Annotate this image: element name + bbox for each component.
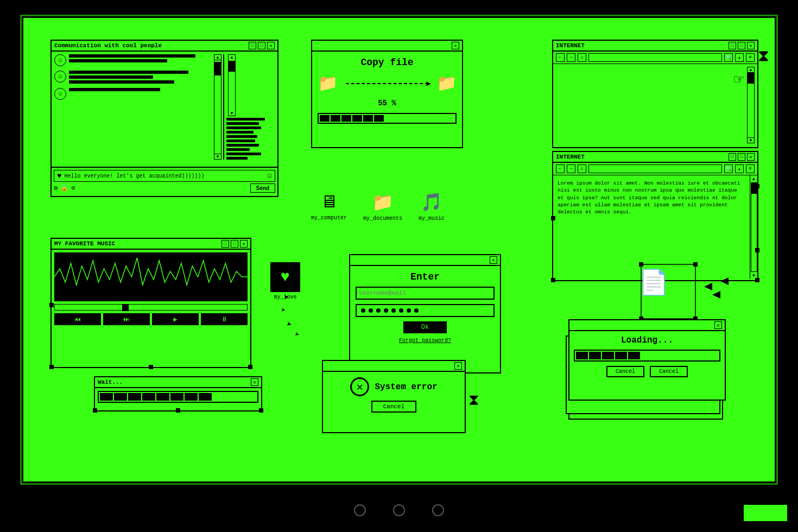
seek-bar[interactable] bbox=[54, 304, 248, 311]
bottom-circle-1[interactable] bbox=[354, 504, 366, 516]
ok-button[interactable]: Ok bbox=[403, 321, 447, 333]
progress-block bbox=[352, 115, 362, 122]
inet2-min-btn[interactable]: □ bbox=[729, 153, 736, 161]
back-btn-2[interactable]: ← bbox=[556, 164, 565, 173]
sidebar-scrollbar[interactable]: ▲ ▼ bbox=[228, 54, 236, 116]
chat-input-text[interactable]: Hello everyone! let's get acquainted))))… bbox=[64, 173, 267, 179]
menu-btn[interactable]: ≡ bbox=[746, 53, 755, 62]
resize-ml[interactable] bbox=[49, 303, 54, 307]
my-computer-icon[interactable]: 🖥 my_computer bbox=[311, 192, 347, 221]
forward-btn[interactable]: → bbox=[567, 53, 575, 62]
send-button[interactable]: Send bbox=[250, 183, 275, 193]
password-field[interactable] bbox=[356, 304, 495, 317]
login-close-btn[interactable]: ✕ bbox=[490, 256, 497, 264]
comm-minimize-btn[interactable]: □ bbox=[249, 42, 256, 49]
resize-handle-right-top[interactable] bbox=[755, 184, 759, 188]
pwd-dot bbox=[414, 308, 419, 313]
resize-handle-bottom-left[interactable] bbox=[551, 278, 555, 282]
scroll-up-icon[interactable]: ▲ bbox=[751, 175, 756, 182]
inet1-close-btn[interactable]: ✕ bbox=[747, 42, 755, 49]
wait-resize-bc[interactable] bbox=[176, 408, 180, 413]
resize-handle-bottom-right[interactable] bbox=[755, 278, 759, 282]
music-min-btn[interactable]: □ bbox=[221, 240, 229, 248]
bottom-circles bbox=[354, 504, 444, 516]
wait-title: Wait... bbox=[98, 379, 123, 385]
resize-bc[interactable] bbox=[149, 365, 153, 369]
chat-scrollbar[interactable]: ▲ ▼ bbox=[214, 54, 221, 160]
pwd-dot bbox=[361, 308, 365, 313]
search-btn-2[interactable]: 🔍 bbox=[724, 164, 733, 173]
inet2-close-btn[interactable]: ✕ bbox=[747, 153, 755, 161]
inet2-max-btn[interactable]: □ bbox=[738, 153, 745, 161]
inet1-min-btn[interactable]: □ bbox=[729, 42, 736, 49]
error-cancel-button[interactable]: Cancel bbox=[371, 401, 417, 413]
next-btn[interactable]: ⏭ bbox=[103, 313, 150, 325]
msg-line bbox=[69, 71, 188, 74]
inet1-scrollbar[interactable]: ▲ ▼ bbox=[747, 67, 755, 143]
system-error-window: ✕ ✕ System error Cancel bbox=[322, 360, 466, 433]
favorites-btn-2[interactable]: ★ bbox=[735, 164, 744, 173]
resize-br[interactable] bbox=[248, 365, 252, 369]
resize-handle-left[interactable] bbox=[551, 216, 555, 220]
pause-btn[interactable]: ⏸ bbox=[201, 313, 248, 325]
inet1-max-btn[interactable]: □ bbox=[738, 42, 745, 49]
cursor-hand-icon: ☞ bbox=[734, 69, 744, 90]
home-btn[interactable]: ⌂ bbox=[578, 53, 586, 62]
wait-close-btn[interactable]: ✕ bbox=[251, 378, 258, 386]
lock-icon[interactable]: 🔒 bbox=[60, 184, 68, 192]
copy-file-window: ✕ Copy file 📁 ▶ 📁 55 % bbox=[311, 40, 463, 148]
inet2-scrollbar[interactable]: ▲ ▼ bbox=[750, 175, 757, 279]
search-btn[interactable]: 🔍 bbox=[724, 53, 733, 62]
msg-line bbox=[69, 59, 167, 62]
username-input[interactable] bbox=[356, 287, 495, 300]
error-x-icon: ✕ bbox=[350, 377, 369, 396]
prev-btn[interactable]: ⏮ bbox=[54, 313, 101, 325]
bottom-circle-3[interactable] bbox=[432, 504, 444, 516]
resize-bl[interactable] bbox=[49, 365, 54, 369]
heart-icon: ♥ bbox=[57, 172, 61, 180]
play-btn[interactable]: ▶ bbox=[152, 313, 199, 325]
error-close-btn[interactable]: ✕ bbox=[454, 362, 462, 370]
bottom-circle-2[interactable] bbox=[393, 504, 405, 516]
my-music-icon[interactable]: 🎵 my_music bbox=[419, 192, 445, 221]
copy-percent: 55 % bbox=[378, 99, 396, 107]
address-bar[interactable] bbox=[588, 53, 722, 62]
scroll-track[interactable] bbox=[751, 182, 757, 272]
seek-knob[interactable] bbox=[122, 305, 129, 311]
chat-sidebar: ▲ ▼ bbox=[223, 54, 275, 160]
home-btn-2[interactable]: ⌂ bbox=[578, 164, 586, 173]
sidebar-line bbox=[226, 126, 261, 129]
copy-close-btn[interactable]: ✕ bbox=[452, 42, 459, 49]
block-icon[interactable]: ⊘ bbox=[71, 184, 75, 192]
sidebar-line bbox=[226, 144, 259, 147]
music-titlebar: MY FAVORITE MUSIC □ □ ✕ bbox=[52, 239, 250, 250]
music-max-btn[interactable]: □ bbox=[231, 240, 238, 248]
wait-resize-bl[interactable] bbox=[93, 408, 97, 413]
comm-maximize-btn[interactable]: □ bbox=[258, 42, 265, 49]
emoji-icon: ☺ bbox=[268, 172, 272, 180]
my-documents-icon[interactable]: 📁 my_documents bbox=[363, 192, 402, 221]
music-close-btn[interactable]: ✕ bbox=[240, 240, 248, 248]
menu-btn-2[interactable]: ≡ bbox=[746, 164, 755, 173]
hourglass-icon-1: ⧗ bbox=[758, 48, 769, 66]
progress-block bbox=[331, 115, 340, 122]
wait-resize-br[interactable] bbox=[259, 408, 263, 413]
resize-handle-right-bottom[interactable] bbox=[755, 248, 759, 252]
forward-btn-2[interactable]: → bbox=[567, 164, 575, 173]
documents-icon-label: my_documents bbox=[363, 216, 402, 221]
loading-cancel-1[interactable]: Cancel bbox=[606, 366, 644, 377]
loading-close-btn[interactable]: ✕ bbox=[714, 321, 722, 329]
bottom-bar bbox=[0, 489, 798, 532]
wait-block bbox=[156, 393, 169, 401]
forgot-password-link[interactable]: Forgot password? bbox=[399, 338, 451, 344]
address-bar-2[interactable] bbox=[588, 164, 722, 173]
music-icon-label: my_music bbox=[419, 216, 445, 221]
comm-close-btn[interactable]: ✕ bbox=[267, 42, 275, 49]
avatar-3: ☺ bbox=[54, 88, 66, 100]
back-btn[interactable]: ← bbox=[556, 53, 565, 62]
msg-line bbox=[69, 80, 174, 84]
favorites-btn[interactable]: ★ bbox=[735, 53, 744, 62]
avatar-2: ☺ bbox=[54, 71, 66, 83]
loading-cancel-2[interactable]: Cancel bbox=[650, 366, 688, 377]
settings-icon[interactable]: ⚙ bbox=[54, 184, 58, 192]
